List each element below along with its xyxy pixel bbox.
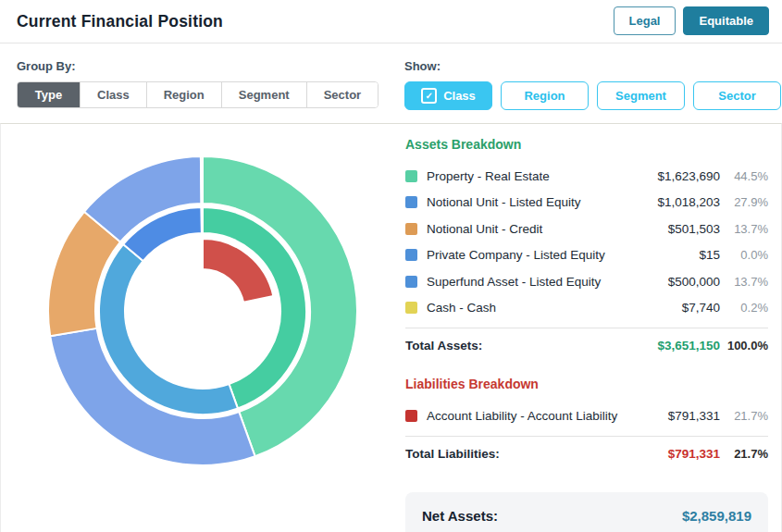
legend-row: Private Company - Listed Equity$150.0% <box>405 242 768 269</box>
net-assets-card: Net Assets: $2,859,819 <box>405 492 768 532</box>
legend-item-label: Notional Unit - Credit <box>427 222 623 236</box>
page-title: Current Financial Position <box>17 12 223 31</box>
legend-item-label: Account Liability - Account Liability <box>427 409 623 423</box>
legend-row: Account Liability - Account Liability$79… <box>405 402 768 429</box>
legend-row: Notional Unit - Credit$501,50313.7% <box>405 216 768 242</box>
show-class-toggle[interactable]: ✓ Class <box>404 81 492 110</box>
legend-item-value: $1,623,690 <box>623 169 720 183</box>
entity-toggle: Legal Equitable <box>614 6 769 35</box>
group-by-sector-button[interactable]: Sector <box>307 82 378 107</box>
donut-segment-assets-by-item-outer[interactable] <box>201 156 203 204</box>
legend-item-percent: 0.0% <box>720 248 768 262</box>
page-header: Current Financial Position Legal Equitab… <box>0 0 782 43</box>
legend-item-value: $7,740 <box>623 301 720 315</box>
donut-chart <box>10 124 399 531</box>
liabilities-rows: Account Liability - Account Liability$79… <box>405 402 768 429</box>
show-region-toggle[interactable]: Region <box>501 81 589 110</box>
group-by-segment-button[interactable]: Segment <box>222 82 307 107</box>
legend-item-label: Private Company - Listed Equity <box>427 248 623 262</box>
legend-row: Property - Real Estate$1,623,69044.5% <box>405 163 768 190</box>
financial-position-panel: Assets Breakdown Property - Real Estate$… <box>0 123 782 532</box>
total-liabilities-value: $791,331 <box>623 447 720 461</box>
group-by-region-button[interactable]: Region <box>147 82 222 107</box>
donut-segment-assets-by-type-middle[interactable] <box>202 207 203 233</box>
assets-rows: Property - Real Estate$1,623,69044.5%Not… <box>405 163 768 321</box>
legend-item-percent: 13.7% <box>720 222 768 236</box>
total-assets-label: Total Assets: <box>405 339 623 353</box>
group-by-label: Group By: <box>17 59 379 73</box>
group-by-class-button[interactable]: Class <box>81 82 147 107</box>
legend-item-label: Cash - Cash <box>427 301 623 315</box>
donut-chart-svg <box>10 124 399 531</box>
total-assets-value: $3,651,150 <box>623 339 720 353</box>
legend-item-value: $15 <box>623 248 720 262</box>
legend-item-value: $1,018,203 <box>623 195 720 209</box>
legend-item-percent: 13.7% <box>720 275 768 289</box>
legend-item-percent: 21.7% <box>720 409 768 423</box>
legend-row: Cash - Cash$7,7400.2% <box>405 295 768 322</box>
legend-swatch-icon <box>405 170 417 182</box>
controls-row: Group By: Type Class Region Segment Sect… <box>0 56 782 120</box>
liabilities-breakdown-heading: Liabilities Breakdown <box>405 377 768 391</box>
legend-item-value: $500,000 <box>623 275 720 289</box>
net-assets-value: $2,859,819 <box>682 508 751 524</box>
show-sector-label: Sector <box>718 89 755 103</box>
total-liabilities-row: Total Liabilities: $791,331 21.7% <box>405 436 768 463</box>
legend-row: Superfund Asset - Listed Equity$500,0001… <box>405 268 768 295</box>
group-by-type-button[interactable]: Type <box>18 82 81 107</box>
group-by-button-group: Type Class Region Segment Sector <box>17 81 379 108</box>
legend-item-value: $501,503 <box>623 222 720 236</box>
legend-item-label: Notional Unit - Listed Equity <box>427 195 623 209</box>
show-section: Show: ✓ Class Region Segment Sector <box>404 59 781 110</box>
legend-item-label: Property - Real Estate <box>427 169 623 183</box>
legend-swatch-icon <box>405 302 417 314</box>
show-segment-toggle[interactable]: Segment <box>597 81 685 110</box>
net-assets-label: Net Assets: <box>422 508 498 524</box>
assets-breakdown-heading: Assets Breakdown <box>405 137 768 152</box>
total-assets-pct: 100.0% <box>720 339 768 353</box>
legend-row: Notional Unit - Listed Equity$1,018,2032… <box>405 190 768 217</box>
total-assets-row: Total Assets: $3,651,150 100.0% <box>405 328 768 354</box>
show-class-label: Class <box>443 89 476 103</box>
legend-swatch-icon <box>405 196 417 208</box>
legend-swatch-icon <box>405 410 417 422</box>
show-sector-toggle[interactable]: Sector <box>693 81 781 110</box>
legend-swatch-icon <box>405 223 417 235</box>
checkbox-checked-icon: ✓ <box>421 88 437 104</box>
show-region-label: Region <box>524 89 565 103</box>
legend-item-label: Superfund Asset - Listed Equity <box>427 275 623 289</box>
legend-item-value: $791,331 <box>623 409 720 423</box>
group-by-section: Group By: Type Class Region Segment Sect… <box>17 59 379 108</box>
legend-item-percent: 44.5% <box>720 169 768 183</box>
total-liabilities-pct: 21.7% <box>720 447 768 461</box>
legal-button[interactable]: Legal <box>614 6 676 35</box>
legend-swatch-icon <box>405 249 417 261</box>
show-button-group: ✓ Class Region Segment Sector <box>404 81 781 110</box>
breakdown-column: Assets Breakdown Property - Real Estate$… <box>405 137 768 532</box>
equitable-button[interactable]: Equitable <box>683 6 769 35</box>
show-segment-label: Segment <box>615 89 666 103</box>
legend-item-percent: 27.9% <box>720 195 768 209</box>
legend-swatch-icon <box>405 276 417 288</box>
show-label: Show: <box>404 59 781 73</box>
total-liabilities-label: Total Liabilities: <box>405 447 623 461</box>
legend-item-percent: 0.2% <box>720 301 768 315</box>
